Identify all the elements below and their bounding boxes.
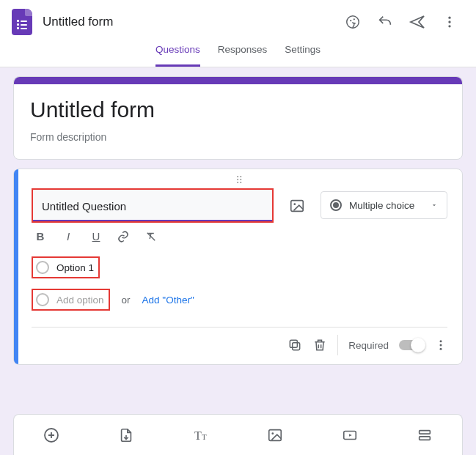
import-questions-icon[interactable]	[117, 426, 136, 445]
tab-questions[interactable]: Questions	[155, 44, 200, 67]
svg-point-6	[448, 25, 450, 27]
tab-settings[interactable]: Settings	[285, 44, 321, 67]
svg-rect-20	[420, 430, 431, 434]
tabs-bar: Questions Responses Settings	[0, 44, 476, 67]
form-canvas: Untitled form Form description ⠿ Multipl…	[0, 67, 476, 455]
bold-button[interactable]: B	[33, 230, 48, 243]
send-icon[interactable]	[403, 7, 432, 37]
divider	[337, 335, 338, 355]
theme-icon[interactable]	[338, 7, 367, 37]
svg-point-11	[440, 340, 442, 342]
svg-rect-17	[269, 429, 282, 440]
app-header: Untitled form	[0, 0, 476, 44]
svg-text:T: T	[202, 432, 207, 441]
svg-point-8	[293, 203, 296, 205]
forms-logo-icon	[12, 9, 32, 35]
add-option-highlight: Add option	[32, 289, 110, 311]
option-highlight: Option 1	[32, 256, 100, 278]
svg-point-1	[350, 20, 351, 21]
format-toolbar: B I U	[33, 230, 447, 243]
add-question-icon[interactable]	[42, 426, 61, 445]
italic-button[interactable]: I	[61, 230, 76, 243]
form-description[interactable]: Form description	[30, 131, 446, 143]
svg-point-5	[448, 21, 450, 23]
add-option-row: Add option or Add "Other"	[32, 289, 447, 311]
svg-point-2	[354, 18, 355, 20]
svg-rect-21	[420, 436, 431, 440]
duplicate-icon[interactable]	[288, 338, 302, 352]
header-actions	[338, 7, 464, 37]
link-button[interactable]	[117, 230, 131, 243]
option-radio-icon	[36, 293, 49, 306]
question-input[interactable]	[33, 190, 272, 221]
svg-text:T: T	[194, 429, 202, 442]
svg-point-18	[272, 432, 274, 434]
svg-rect-7	[291, 201, 304, 212]
add-title-icon[interactable]: TT	[191, 426, 210, 445]
chevron-down-icon	[431, 201, 438, 209]
svg-point-13	[440, 348, 442, 350]
question-input-highlight	[32, 188, 274, 223]
or-label: or	[122, 295, 131, 306]
tab-responses[interactable]: Responses	[218, 44, 268, 67]
delete-icon[interactable]	[312, 338, 327, 352]
svg-point-12	[440, 344, 442, 347]
svg-rect-9	[293, 343, 300, 350]
svg-point-4	[448, 17, 450, 19]
required-label: Required	[348, 340, 389, 351]
accent-bar	[14, 77, 462, 84]
option-radio-icon	[36, 261, 49, 274]
add-section-icon[interactable]	[415, 426, 434, 445]
add-image-toolbar-icon[interactable]	[266, 426, 285, 445]
add-option-button[interactable]: Add option	[56, 295, 104, 306]
question-card[interactable]: ⠿ Multiple choice B I	[13, 169, 463, 365]
question-more-icon[interactable]	[434, 339, 447, 352]
question-type-select[interactable]: Multiple choice	[321, 191, 447, 219]
add-other-button[interactable]: Add "Other"	[142, 295, 194, 306]
floating-toolbar: TT	[13, 414, 463, 455]
drag-handle-icon[interactable]: ⠿	[32, 177, 447, 187]
document-title[interactable]: Untitled form	[43, 15, 338, 29]
option-row: Option 1	[32, 256, 447, 278]
more-icon[interactable]	[435, 7, 464, 37]
required-toggle[interactable]	[399, 340, 424, 350]
underline-button[interactable]: U	[89, 230, 103, 243]
form-title[interactable]: Untitled form	[30, 97, 446, 122]
add-video-icon[interactable]	[340, 426, 359, 445]
add-image-icon[interactable]	[284, 193, 310, 219]
radio-icon	[330, 199, 342, 211]
question-footer: Required	[32, 327, 447, 355]
clear-format-button[interactable]	[144, 230, 159, 243]
question-type-label: Multiple choice	[349, 200, 414, 211]
title-card[interactable]: Untitled form Form description	[13, 76, 463, 160]
undo-icon[interactable]	[370, 7, 400, 37]
svg-rect-10	[290, 340, 298, 347]
option-text[interactable]: Option 1	[56, 262, 94, 273]
